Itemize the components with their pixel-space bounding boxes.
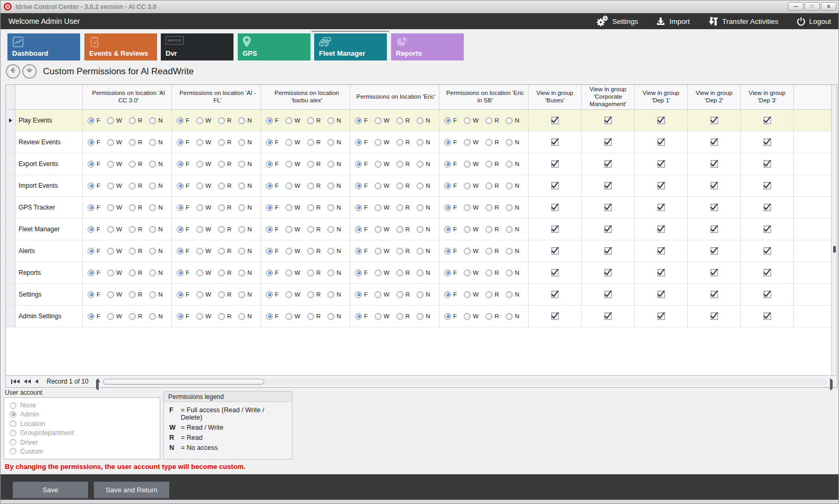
radio-option-F[interactable]: F bbox=[355, 248, 368, 255]
group-checkbox[interactable] bbox=[711, 312, 718, 320]
radio-option-N[interactable]: N bbox=[327, 313, 341, 320]
radio-option-R[interactable]: R bbox=[307, 204, 321, 211]
radio-option-W[interactable]: W bbox=[375, 226, 390, 233]
radio-option-N[interactable]: N bbox=[417, 226, 430, 233]
radio-N-icon[interactable] bbox=[417, 139, 423, 146]
radio-option-R[interactable]: R bbox=[129, 183, 142, 189]
radio-option-W[interactable]: W bbox=[107, 183, 122, 189]
radio-option-F[interactable]: F bbox=[355, 183, 368, 189]
radio-W-icon[interactable] bbox=[286, 139, 292, 146]
radio-N-icon[interactable] bbox=[506, 204, 513, 211]
radio-N-icon[interactable] bbox=[506, 313, 513, 320]
radio-option-W[interactable]: W bbox=[196, 204, 211, 211]
logout-button[interactable]: Logout bbox=[797, 17, 831, 26]
radio-option-N[interactable]: N bbox=[417, 248, 430, 255]
radio-option-W[interactable]: W bbox=[375, 117, 390, 124]
radio-option-R[interactable]: R bbox=[307, 226, 321, 233]
radio-F-icon[interactable] bbox=[355, 313, 362, 320]
radio-N-icon[interactable] bbox=[506, 183, 513, 189]
radio-option-R[interactable]: R bbox=[486, 117, 499, 124]
group-checkbox[interactable] bbox=[604, 182, 612, 189]
radio-F-icon[interactable] bbox=[266, 226, 273, 233]
account-option-custom[interactable]: Custom bbox=[10, 448, 154, 455]
radio-R-icon[interactable] bbox=[486, 226, 492, 233]
radio-W-icon[interactable] bbox=[375, 248, 382, 255]
radio-W-icon[interactable] bbox=[107, 183, 114, 189]
radio-option-F[interactable]: F bbox=[266, 291, 279, 298]
radio-N-icon[interactable] bbox=[506, 270, 513, 276]
radio-W-icon[interactable] bbox=[107, 161, 114, 168]
radio-option-F[interactable]: F bbox=[444, 117, 457, 124]
radio-option-W[interactable]: W bbox=[196, 117, 211, 124]
radio-F-icon[interactable] bbox=[88, 226, 94, 233]
radio-option-W[interactable]: W bbox=[464, 291, 479, 298]
radio-F-icon[interactable] bbox=[444, 117, 451, 124]
radio-option-N[interactable]: N bbox=[327, 139, 341, 146]
radio-option-R[interactable]: R bbox=[486, 226, 499, 233]
radio-option-R[interactable]: R bbox=[486, 204, 499, 211]
radio-N-icon[interactable] bbox=[238, 204, 245, 211]
radio-option-W[interactable]: W bbox=[464, 161, 479, 168]
radio-option-R[interactable]: R bbox=[218, 248, 231, 255]
radio-N-icon[interactable] bbox=[327, 248, 334, 255]
radio-R-icon[interactable] bbox=[307, 161, 314, 168]
radio-R-icon[interactable] bbox=[129, 226, 136, 233]
radio-option-W[interactable]: W bbox=[196, 161, 211, 168]
radio-W-icon[interactable] bbox=[107, 270, 114, 276]
radio-F-icon[interactable] bbox=[88, 291, 94, 298]
radio-F-icon[interactable] bbox=[266, 270, 273, 276]
radio-R-icon[interactable] bbox=[307, 139, 314, 146]
radio-option-N[interactable]: N bbox=[327, 248, 341, 255]
radio-R-icon[interactable] bbox=[218, 313, 225, 320]
radio-R-icon[interactable] bbox=[486, 183, 492, 189]
radio-option-F[interactable]: F bbox=[266, 183, 279, 189]
radio-W-icon[interactable] bbox=[286, 183, 292, 189]
radio-F-icon[interactable] bbox=[355, 183, 362, 189]
radio-option-F[interactable]: F bbox=[355, 161, 368, 168]
radio-option-N[interactable]: N bbox=[149, 139, 162, 146]
radio-option-W[interactable]: W bbox=[464, 248, 479, 255]
radio-N-icon[interactable] bbox=[327, 291, 334, 298]
radio-option-W[interactable]: W bbox=[107, 291, 122, 298]
radio-N-icon[interactable] bbox=[417, 204, 423, 211]
radio-N-icon[interactable] bbox=[506, 248, 513, 255]
radio-W-icon[interactable] bbox=[464, 248, 471, 255]
group-checkbox[interactable] bbox=[604, 225, 612, 233]
group-checkbox[interactable] bbox=[551, 204, 559, 211]
vertical-scrollbar[interactable] bbox=[831, 85, 837, 375]
radio-W-icon[interactable] bbox=[107, 313, 114, 320]
radio-F-icon[interactable] bbox=[266, 117, 273, 124]
radio-option-R[interactable]: R bbox=[396, 291, 410, 298]
group-checkbox[interactable] bbox=[551, 312, 559, 320]
radio-R-icon[interactable] bbox=[396, 226, 403, 233]
radio-option-W[interactable]: W bbox=[196, 248, 211, 255]
radio-option-F[interactable]: F bbox=[177, 270, 189, 276]
radio-N-icon[interactable] bbox=[417, 226, 423, 233]
group-checkbox[interactable] bbox=[764, 291, 771, 298]
radio-F-icon[interactable] bbox=[88, 117, 94, 124]
group-checkbox[interactable] bbox=[551, 160, 559, 168]
radio-R-icon[interactable] bbox=[307, 270, 314, 276]
radio-option-N[interactable]: N bbox=[506, 226, 519, 233]
radio-option-F[interactable]: F bbox=[444, 139, 457, 146]
radio-N-icon[interactable] bbox=[238, 270, 245, 276]
radio-option-N[interactable]: N bbox=[149, 248, 162, 255]
group-checkbox[interactable] bbox=[764, 225, 771, 233]
radio-W-icon[interactable] bbox=[464, 313, 471, 320]
radio-option-W[interactable]: W bbox=[107, 248, 122, 255]
radio-option-W[interactable]: W bbox=[286, 313, 300, 320]
group-checkbox[interactable] bbox=[711, 247, 718, 255]
radio-F-icon[interactable] bbox=[444, 183, 451, 189]
account-option-driver[interactable]: Driver bbox=[10, 439, 154, 446]
radio-option-N[interactable]: N bbox=[149, 117, 162, 124]
back-button[interactable] bbox=[6, 64, 20, 79]
radio-N-icon[interactable] bbox=[417, 161, 423, 168]
close-button[interactable]: X bbox=[821, 2, 836, 11]
radio-F-icon[interactable] bbox=[266, 204, 273, 211]
radio-option-W[interactable]: W bbox=[286, 270, 300, 276]
radio-F-icon[interactable] bbox=[355, 117, 362, 124]
account-radio-icon[interactable] bbox=[10, 402, 16, 409]
radio-N-icon[interactable] bbox=[506, 139, 513, 146]
radio-option-R[interactable]: R bbox=[396, 248, 410, 255]
radio-option-W[interactable]: W bbox=[196, 139, 211, 146]
